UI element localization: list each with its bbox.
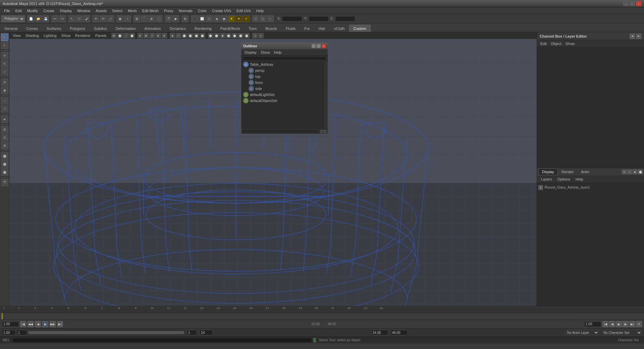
lasso-select-icon[interactable]: ⬡ bbox=[76, 15, 83, 22]
minimize-button[interactable]: − bbox=[623, 1, 629, 6]
scale-tool-button[interactable]: ⤢ bbox=[1, 68, 8, 76]
vp-menu-renderer[interactable]: Renderer bbox=[73, 34, 93, 38]
vp-menu-lighting[interactable]: Lighting bbox=[42, 34, 59, 38]
tab-render[interactable]: Render bbox=[558, 168, 577, 175]
tab-curves[interactable]: Curves bbox=[22, 25, 42, 32]
timeline-track[interactable] bbox=[0, 313, 644, 320]
show-manip-button[interactable]: ◈ bbox=[1, 115, 8, 123]
vp-btn21[interactable]: ⬤ bbox=[238, 33, 244, 38]
mel-input-area[interactable] bbox=[12, 338, 312, 343]
move-icon[interactable]: ✛ bbox=[93, 15, 99, 22]
range-end2-input[interactable] bbox=[187, 330, 197, 335]
goto-start-button[interactable]: |◀ bbox=[20, 321, 26, 327]
outliner-item-defaultlightset[interactable]: S defaultLightSet bbox=[241, 92, 328, 98]
menu-file[interactable]: File bbox=[1, 8, 13, 13]
undo-icon[interactable]: ↩ bbox=[52, 15, 58, 22]
rp-menu-edit[interactable]: Edit bbox=[538, 42, 549, 46]
next-key-button[interactable]: ▶ bbox=[623, 321, 629, 327]
vp-btn5[interactable]: ⊕ bbox=[138, 33, 143, 38]
range-end-input[interactable] bbox=[17, 330, 27, 335]
ipr-icon[interactable]: ▶ bbox=[172, 15, 179, 22]
outliner-minimize-button[interactable]: − bbox=[312, 44, 316, 48]
vp-btn12[interactable]: ⬤ bbox=[182, 33, 187, 38]
light3[interactable]: ☀ bbox=[243, 15, 250, 22]
play2-button[interactable]: ▶ bbox=[616, 321, 622, 327]
vp-btn17[interactable]: ⬤ bbox=[214, 33, 219, 38]
vp-menu-panels[interactable]: Panels bbox=[93, 34, 109, 38]
layout-quad-button[interactable]: ⊠ bbox=[1, 142, 8, 149]
char-set-select[interactable]: No Character Set bbox=[602, 330, 642, 335]
vp-btn8[interactable]: ⊗ bbox=[156, 33, 161, 38]
menu-color[interactable]: Color bbox=[195, 8, 209, 13]
vp-menu-view[interactable]: View bbox=[11, 34, 23, 38]
anim-range-end[interactable] bbox=[391, 330, 408, 335]
step-forward-button[interactable]: ▶▶ bbox=[50, 321, 56, 327]
sculpt-tool-button[interactable]: ○ bbox=[1, 97, 8, 104]
select-tool-button[interactable]: ↖ bbox=[1, 34, 8, 41]
vp-btn10[interactable]: ◈ bbox=[170, 33, 175, 38]
tab-muscle[interactable]: Muscle bbox=[261, 25, 281, 32]
menu-edit-mesh[interactable]: Edit Mesh bbox=[140, 8, 161, 13]
maximize-button[interactable]: □ bbox=[630, 1, 635, 6]
vp-btn18[interactable]: ◉ bbox=[220, 33, 225, 38]
tool2[interactable]: ⬜ bbox=[199, 15, 205, 22]
menu-display[interactable]: Display bbox=[57, 8, 74, 13]
subtab-options[interactable]: Options bbox=[555, 177, 573, 182]
menu-proxy[interactable]: Proxy bbox=[161, 8, 176, 13]
tab-custom[interactable]: Custom bbox=[349, 25, 371, 32]
vp-btn6[interactable]: ⊠ bbox=[144, 33, 149, 38]
open-file-icon[interactable]: 📂 bbox=[35, 15, 42, 22]
x-coord-input[interactable] bbox=[282, 16, 302, 21]
outliner-scroll-left[interactable] bbox=[320, 130, 323, 133]
outliner-close-button[interactable]: × bbox=[322, 44, 326, 48]
menu-mesh[interactable]: Mesh bbox=[125, 8, 140, 13]
range-start-input[interactable] bbox=[2, 330, 15, 335]
anim-range-start[interactable] bbox=[371, 330, 388, 335]
tab-ncloth[interactable]: nCloth bbox=[330, 25, 349, 32]
layer-visibility-toggle[interactable]: V bbox=[538, 185, 543, 190]
panel-layout-button[interactable]: ⊞ bbox=[1, 126, 8, 133]
tab-polygons[interactable]: Polygons bbox=[65, 25, 89, 32]
vp-btn13[interactable]: ⬤ bbox=[188, 33, 193, 38]
rp-menu-object[interactable]: Object bbox=[549, 42, 564, 46]
save-file-icon[interactable]: 💾 bbox=[42, 15, 49, 22]
outliner-menu-help[interactable]: Help bbox=[272, 50, 284, 54]
vp-btn4[interactable]: ⬤ bbox=[129, 33, 135, 38]
tab-display[interactable]: Display bbox=[538, 168, 558, 175]
current-frame-input[interactable] bbox=[2, 321, 19, 327]
rotate-icon[interactable]: ↻ bbox=[100, 15, 107, 22]
goto-end2-button[interactable]: ▶| bbox=[629, 321, 635, 327]
xray-icon[interactable]: ⬡ bbox=[252, 15, 259, 22]
subtab-help[interactable]: Help bbox=[573, 177, 586, 182]
outliner-scrollbar[interactable] bbox=[324, 61, 328, 129]
select-icon[interactable]: ↖ bbox=[68, 15, 75, 22]
wireframe-icon[interactable]: ⬡ bbox=[260, 15, 266, 22]
vp-btn16[interactable]: ⬤ bbox=[208, 33, 213, 38]
tab-anim[interactable]: Anim bbox=[577, 168, 593, 175]
show-manip-icon[interactable]: ⊚ bbox=[182, 15, 189, 22]
tab-hair[interactable]: Hair bbox=[314, 25, 330, 32]
vp-btn19[interactable]: ⬤ bbox=[226, 33, 231, 38]
menu-create[interactable]: Create bbox=[41, 8, 57, 13]
vp-btn22[interactable]: ⬤ bbox=[244, 33, 250, 38]
move-tool-button[interactable]: ✛ bbox=[1, 52, 8, 59]
vp-menu-show[interactable]: Show bbox=[59, 34, 73, 38]
close-button[interactable]: × bbox=[636, 1, 641, 6]
outliner-menu-show[interactable]: Show bbox=[259, 50, 272, 54]
paint-select-button[interactable]: ↖ bbox=[1, 42, 8, 49]
vp-btn11[interactable]: ⬡ bbox=[176, 33, 181, 38]
light1[interactable]: ☀ bbox=[228, 15, 235, 22]
sculpt-icon[interactable]: ○ bbox=[124, 15, 131, 22]
render-view-button[interactable]: 🎬 bbox=[1, 179, 8, 186]
soft-select-button[interactable]: ◉ bbox=[1, 87, 8, 94]
y-coord-input[interactable] bbox=[309, 16, 329, 21]
subtab-layers[interactable]: Layers bbox=[538, 177, 555, 182]
step-back-button[interactable]: ◀◀ bbox=[28, 321, 34, 327]
goto-end-button[interactable]: ▶| bbox=[57, 321, 63, 327]
render-icon[interactable]: 🎬 bbox=[165, 15, 172, 22]
rp-icon1[interactable]: ◀ bbox=[630, 34, 635, 39]
snap-curve-icon[interactable]: ⌒ bbox=[141, 15, 148, 22]
menu-help[interactable]: Help bbox=[254, 8, 267, 13]
vp-btn9[interactable]: ⊕ bbox=[162, 33, 167, 38]
tab-fur[interactable]: Fur bbox=[300, 25, 314, 32]
